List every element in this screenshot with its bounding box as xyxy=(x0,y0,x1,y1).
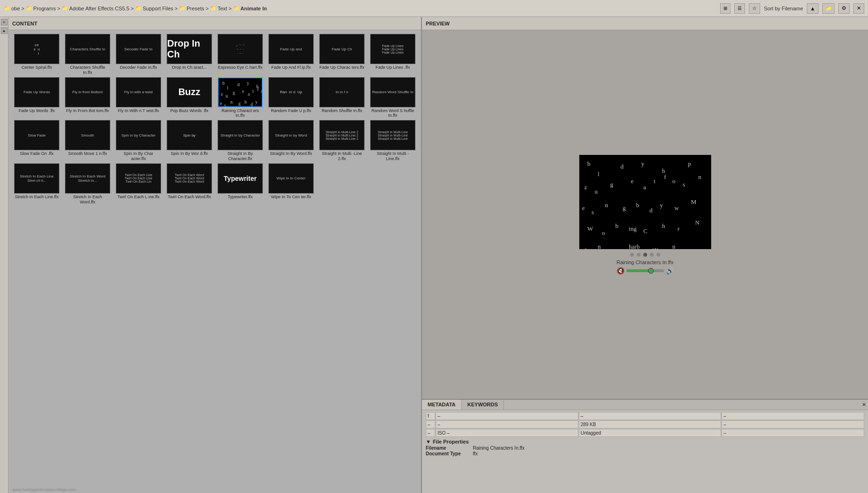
thumbnail-label: Smooth Move 1 n.ffx xyxy=(68,151,107,156)
list-item[interactable]: In m f nRandom Shuffle In.ffx xyxy=(317,77,366,119)
breadcrumb-item-6[interactable]: Text xyxy=(218,6,227,11)
metadata-content: f – – – – – 289 KB – – ISO – Untagged – … xyxy=(422,410,868,493)
volume-knob[interactable] xyxy=(648,268,654,274)
tab-metadata[interactable]: METADATA xyxy=(422,400,462,410)
nav-up-icon[interactable]: ▲ xyxy=(1,27,8,34)
close-panel-button[interactable]: ✕ xyxy=(853,3,864,14)
thumbnail-image: Fly in with a twist xyxy=(116,77,161,107)
thumbnail-image: Spin in by Character xyxy=(116,120,161,150)
list-item[interactable]: Fly in from BottomFly In From Bot tom.ff… xyxy=(63,77,112,119)
metadata-section: METADATA KEYWORDS ✕ f – – – – – 289 KB –… xyxy=(422,399,868,493)
dot-3[interactable] xyxy=(643,253,647,257)
main-layout: ≡ ▲ CONTENT ce s u lCenter Spiral.ffxCha… xyxy=(0,17,868,493)
breadcrumb-item-2[interactable]: Programs xyxy=(33,6,56,11)
list-item[interactable]: Characters Shuffle InCharacters Shuffle … xyxy=(63,34,112,75)
breadcrumb-item-1[interactable]: obe xyxy=(11,6,20,11)
thumbnail-label: Fade Up And Fl ip.ffx xyxy=(271,65,311,70)
settings-button[interactable]: ⚙ xyxy=(838,3,850,14)
preview-image: bldyhpzugeatfosnesngbdywMWobingChrNaninh… xyxy=(579,155,711,249)
content-tab-label[interactable]: CONTENT xyxy=(12,21,37,26)
list-item[interactable]: Ran m d UpRandom Fade U p.ffx xyxy=(267,77,316,119)
thumbnail-image: Straight in by Word xyxy=(268,120,314,150)
list-item[interactable]: Fade Up andFade Up And Fl ip.ffx xyxy=(267,34,316,75)
content-panel-header: CONTENT xyxy=(8,17,421,30)
mute-button[interactable]: 🔇 xyxy=(617,267,625,275)
list-item[interactable]: Straight in Multi-Line 2Straight in Mult… xyxy=(317,120,366,162)
list-item[interactable]: ce s u lCenter Spiral.ffx xyxy=(12,34,61,75)
list-item[interactable]: bldyhpzugeatfosnesngbdywMWobingChrNaninh… xyxy=(216,77,265,119)
meta-cell: – xyxy=(579,412,722,420)
doctype-value: ffx xyxy=(473,451,864,456)
list-item[interactable]: Fade Up LinesFade Up LinesFade Up LinesF… xyxy=(368,34,417,75)
dot-5[interactable] xyxy=(657,253,660,257)
left-side-panel: ≡ ▲ xyxy=(0,17,8,493)
list-item[interactable]: ‥ ·· ··· ·· · · · ·· ·Espresso Eye C har… xyxy=(216,34,265,75)
dot-4[interactable] xyxy=(650,253,654,257)
thumbnail-label: Fade Up Charac ters.ffx xyxy=(319,65,364,70)
list-item[interactable]: Slow FadeSlow Fade On .ffx xyxy=(12,120,61,162)
doctype-row: Document Type ffx xyxy=(426,451,864,456)
list-item[interactable]: Fade Up ChFade Up Charac ters.ffx xyxy=(317,34,366,75)
breadcrumb-item-3[interactable]: Adobe After Effects CS5.5 xyxy=(69,6,130,11)
thumbnail-label: Twirl On Each L ine.ffx xyxy=(117,194,160,200)
list-item[interactable]: Straight in by CharacterStraight In By C… xyxy=(216,120,265,162)
breadcrumb-item-5[interactable]: Presets xyxy=(187,6,204,11)
thumbnail-image: Twirl On Each WordTwirl On Each WordTwir… xyxy=(167,163,212,194)
list-item[interactable]: Fade Up WordsFade Up Words .ffx xyxy=(12,77,61,119)
dot-2[interactable] xyxy=(637,253,641,257)
list-item[interactable]: Decoder Fade InDecoder Fade In.ffx xyxy=(114,34,163,75)
thumbnail-image: Straight in Multi-LineStraight in Multi-… xyxy=(370,120,415,150)
preview-header: PREVIEW xyxy=(422,17,868,30)
file-properties-label: File Properties xyxy=(433,439,469,445)
thumbnail-label: Raining Charact ers In.ffx xyxy=(218,108,263,119)
meta-cell: – xyxy=(426,429,435,437)
right-panel: PREVIEW bldyhpzugeatfosnesngbdywMWobingC… xyxy=(422,17,868,493)
list-item[interactable]: Spin bySpin In By Wor d.ffx xyxy=(165,120,214,162)
thumbnail-label: Typewriter.ffx xyxy=(228,194,253,200)
dot-1[interactable] xyxy=(630,253,634,257)
thumbnail-image: Wipe in to Center xyxy=(268,163,314,194)
volume-slider[interactable] xyxy=(626,269,664,272)
list-item[interactable]: Twirl On Each LineTwirl On Each LineTwir… xyxy=(114,163,163,205)
view-list-button[interactable]: ☰ xyxy=(734,3,745,14)
thumbnail-image: bldyhpzugeatfosnesngbdywMWobingChrNaninh… xyxy=(218,77,263,107)
thumbnail-label: Pop Buzz Words .ffx xyxy=(170,108,208,113)
list-item[interactable]: Straight in Multi-LineStraight in Multi-… xyxy=(368,120,417,162)
list-item[interactable]: Stretch In Each Line Stret ch li...Stret… xyxy=(12,163,61,205)
list-item[interactable]: Stretch In Each Word Stretch in...Stretc… xyxy=(63,163,112,205)
list-item[interactable]: Drop In ChDrop In Ch aract... xyxy=(165,34,214,75)
list-item[interactable]: Spin in by CharacterSpin In By Char acte… xyxy=(114,120,163,162)
breadcrumb-item-4[interactable]: Support Files xyxy=(143,6,173,11)
list-item[interactable]: Fly in with a twistFly In With A T wist.… xyxy=(114,77,163,119)
thumbnail-label: Spin In By Char acter.ffx xyxy=(116,151,161,162)
list-item[interactable]: TypewriterTypewriter.ffx xyxy=(216,163,265,205)
triangle-icon: ▼ xyxy=(426,439,431,445)
thumbnail-image: Fade Up Ch xyxy=(319,34,365,64)
list-item[interactable]: SmoothSmooth Move 1 n.ffx xyxy=(63,120,112,162)
tab-keywords[interactable]: KEYWORDS xyxy=(462,400,504,410)
speaker-button[interactable]: 🔊 xyxy=(666,267,674,275)
list-item[interactable]: Wipe in to CenterWipe In To Cen ter.ffx xyxy=(267,163,316,205)
preview-section: PREVIEW bldyhpzugeatfosnesngbdywMWobingC… xyxy=(422,17,868,399)
sort-direction-button[interactable]: ▲ xyxy=(807,3,819,14)
menu-icon[interactable]: ≡ xyxy=(1,19,8,25)
list-item[interactable]: BuzzPop Buzz Words .ffx xyxy=(165,77,214,119)
folder-icon-6: 📁 xyxy=(210,5,217,11)
thumbnail-image: Drop In Ch xyxy=(167,34,212,64)
preview-tab-label[interactable]: PREVIEW xyxy=(426,21,450,26)
thumbnail-image: Straight in Multi-Line 2Straight in Mult… xyxy=(319,120,365,150)
folder-icon-5: 📁 xyxy=(179,5,186,11)
list-item[interactable]: Straight in by WordStraight In By Word.f… xyxy=(267,120,316,162)
metadata-grid: f – – – – – 289 KB – – ISO – Untagged – xyxy=(426,412,864,437)
thumbnail-image: Smooth xyxy=(65,120,110,150)
star-button[interactable]: ☆ xyxy=(749,3,760,14)
thumbnail-label: Fade Up Lines .ffx xyxy=(376,65,410,70)
view-options-button[interactable]: ⊞ xyxy=(720,3,730,14)
thumbnail-label: Center Spiral.ffx xyxy=(22,65,52,70)
close-metadata-button[interactable]: ✕ xyxy=(860,400,868,410)
list-item[interactable]: Random Word Shuffle InRandom Word S huff… xyxy=(368,77,417,119)
list-item[interactable]: Twirl On Each WordTwirl On Each WordTwir… xyxy=(165,163,214,205)
new-folder-button[interactable]: 📁 xyxy=(822,3,835,14)
thumbnail-image: Fade Up and xyxy=(268,34,314,64)
thumbnail-label: Stretch In Each Word.ffx xyxy=(65,194,110,205)
